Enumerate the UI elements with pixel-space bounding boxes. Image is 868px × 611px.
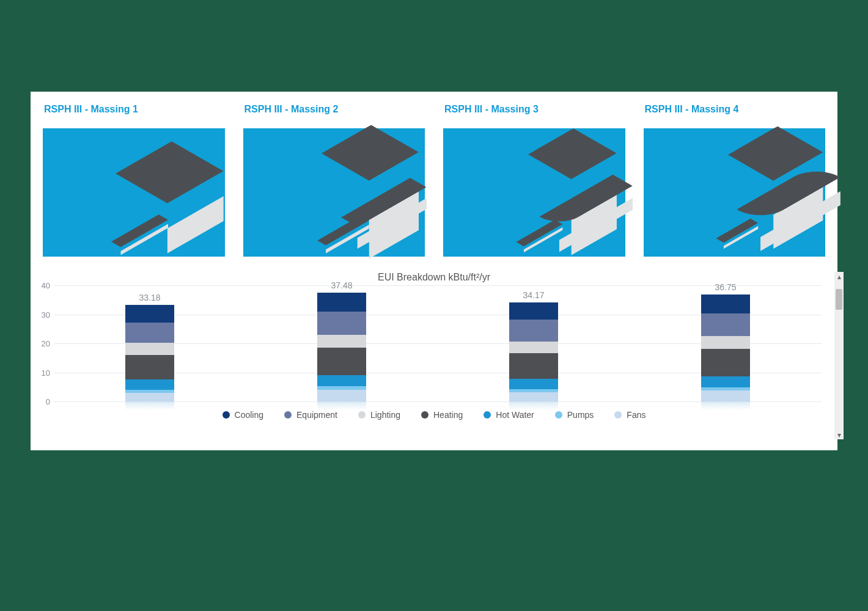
bar-segment-heating [317, 348, 366, 375]
legend-swatch [223, 411, 230, 419]
legend-swatch [421, 411, 428, 419]
massing-render [644, 128, 826, 257]
massing-title: RSPH III - Massing 1 [44, 104, 225, 115]
legend-item[interactable]: Equipment [284, 410, 337, 420]
bar-column[interactable]: 33.18 [54, 285, 246, 401]
bar-column[interactable]: 37.48 [246, 285, 438, 401]
bar-segment-fans [701, 390, 750, 401]
legend-swatch [358, 411, 366, 419]
legend-item[interactable]: Pumps [555, 410, 594, 420]
bar-segment-fans [317, 390, 366, 401]
massing-title: RSPH III - Massing 2 [245, 104, 425, 115]
chart-title: EUI Breakdown kBtu/ft²/yr [37, 272, 831, 283]
massing-option-3[interactable]: RSPH III - Massing 3 [443, 104, 625, 257]
bar-segment-cooling [509, 302, 558, 320]
scroll-up-arrow[interactable]: ▴ [834, 272, 844, 281]
bar-total-label: 34.17 [523, 290, 544, 300]
scroll-thumb[interactable] [836, 289, 842, 310]
eui-chart: EUI Breakdown kBtu/ft²/yr 010203040 33.1… [37, 272, 831, 439]
legend-label: Cooling [235, 410, 263, 420]
vertical-scrollbar[interactable]: ▴ ▾ [834, 272, 844, 439]
massing-option-2[interactable]: RSPH III - Massing 2 [243, 104, 425, 257]
bar-segment-hotwater [701, 376, 750, 387]
legend-label: Equipment [296, 410, 337, 420]
bar-segment-cooling [701, 295, 750, 313]
massing-title: RSPH III - Massing 3 [444, 104, 625, 115]
bar-segment-lighting [125, 343, 174, 355]
bar-segment-equipment [701, 313, 750, 336]
bar-total-label: 33.18 [139, 293, 160, 302]
bar-segment-lighting [509, 342, 558, 353]
massing-render [443, 128, 625, 257]
y-tick-label: 0 [37, 397, 50, 406]
massing-thumbnails: RSPH III - Massing 1 [37, 104, 831, 257]
chart-legend: CoolingEquipmentLightingHeatingHot Water… [37, 410, 831, 420]
bar-segment-equipment [125, 323, 174, 343]
legend-label: Lighting [370, 410, 400, 420]
legend-item[interactable]: Heating [421, 410, 463, 420]
legend-swatch [555, 411, 562, 419]
bar-segment-heating [509, 353, 558, 379]
legend-label: Hot Water [496, 410, 534, 420]
massing-render [43, 128, 225, 257]
y-tick-label: 20 [37, 339, 50, 348]
bar-segment-cooling [125, 305, 174, 322]
y-tick-label: 30 [37, 310, 50, 319]
bar-segment-equipment [509, 320, 558, 342]
bar-column[interactable]: 34.17 [438, 285, 630, 401]
bar-segment-fans [509, 392, 558, 401]
bar-segment-fans [125, 393, 174, 401]
y-tick-label: 10 [37, 368, 50, 377]
bar-segment-lighting [317, 335, 366, 348]
bar-segment-heating [701, 349, 750, 376]
legend-label: Fans [627, 410, 645, 420]
bar-segment-hotwater [125, 379, 174, 390]
bar-segment-hotwater [509, 379, 558, 389]
massing-render [243, 128, 425, 257]
analysis-panel: RSPH III - Massing 1 [31, 92, 837, 450]
massing-option-1[interactable]: RSPH III - Massing 1 [43, 104, 225, 257]
bar-segment-hotwater [317, 375, 366, 386]
scroll-down-arrow[interactable]: ▾ [834, 430, 844, 439]
massing-title: RSPH III - Massing 4 [645, 104, 826, 115]
legend-swatch [484, 411, 491, 419]
legend-item[interactable]: Lighting [358, 410, 400, 420]
legend-swatch [284, 411, 292, 419]
bar-column[interactable]: 36.75 [630, 285, 822, 401]
legend-item[interactable]: Cooling [223, 410, 263, 420]
legend-label: Heating [433, 410, 463, 420]
legend-swatch [614, 411, 622, 419]
bar-total-label: 36.75 [715, 282, 736, 292]
legend-label: Pumps [567, 410, 594, 420]
bar-segment-equipment [317, 312, 366, 335]
legend-item[interactable]: Fans [614, 410, 645, 420]
bar-segment-lighting [701, 336, 750, 349]
bar-segment-cooling [317, 293, 366, 312]
bar-segment-heating [125, 355, 174, 379]
massing-option-4[interactable]: RSPH III - Massing 4 [644, 104, 826, 257]
legend-item[interactable]: Hot Water [484, 410, 534, 420]
y-tick-label: 40 [37, 281, 50, 290]
bar-total-label: 37.48 [331, 280, 352, 290]
